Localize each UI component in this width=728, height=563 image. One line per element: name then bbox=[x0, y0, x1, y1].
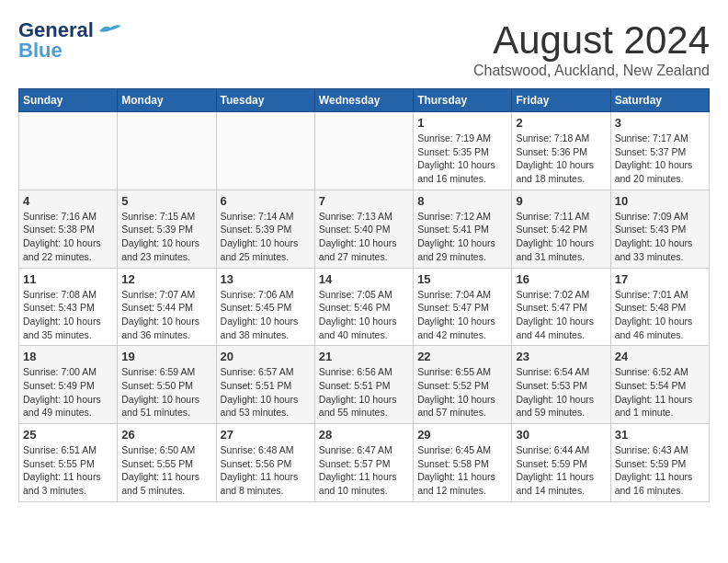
day-info: Sunrise: 7:13 AM Sunset: 5:40 PM Dayligh… bbox=[319, 210, 409, 264]
table-row: 21Sunrise: 6:56 AM Sunset: 5:51 PM Dayli… bbox=[314, 346, 413, 424]
table-row: 5Sunrise: 7:15 AM Sunset: 5:39 PM Daylig… bbox=[118, 190, 216, 268]
table-row: 11Sunrise: 7:08 AM Sunset: 5:43 PM Dayli… bbox=[19, 268, 118, 346]
day-number: 29 bbox=[417, 428, 507, 442]
day-number: 9 bbox=[516, 194, 606, 208]
day-info: Sunrise: 7:08 AM Sunset: 5:43 PM Dayligh… bbox=[23, 288, 113, 342]
day-number: 17 bbox=[615, 272, 705, 286]
table-row: 3Sunrise: 7:17 AM Sunset: 5:37 PM Daylig… bbox=[610, 112, 709, 190]
calendar-week-row: 25Sunrise: 6:51 AM Sunset: 5:55 PM Dayli… bbox=[19, 424, 710, 502]
day-info: Sunrise: 7:00 AM Sunset: 5:49 PM Dayligh… bbox=[23, 365, 113, 419]
location-title: Chatswood, Auckland, New Zealand bbox=[473, 63, 710, 79]
table-row: 4Sunrise: 7:16 AM Sunset: 5:38 PM Daylig… bbox=[19, 190, 118, 268]
day-info: Sunrise: 7:11 AM Sunset: 5:42 PM Dayligh… bbox=[516, 210, 606, 264]
logo-bird-icon bbox=[97, 22, 123, 39]
day-info: Sunrise: 7:16 AM Sunset: 5:38 PM Dayligh… bbox=[23, 210, 113, 264]
day-info: Sunrise: 7:06 AM Sunset: 5:45 PM Dayligh… bbox=[221, 288, 311, 342]
page-header: General Blue August 2024 Chatswood, Auck… bbox=[18, 18, 710, 79]
table-row: 6Sunrise: 7:14 AM Sunset: 5:39 PM Daylig… bbox=[216, 190, 314, 268]
day-number: 21 bbox=[319, 350, 409, 363]
day-number: 10 bbox=[615, 194, 705, 208]
table-row: 14Sunrise: 7:05 AM Sunset: 5:46 PM Dayli… bbox=[314, 268, 413, 346]
day-number: 6 bbox=[221, 194, 311, 208]
table-row bbox=[216, 112, 314, 190]
table-row: 1Sunrise: 7:19 AM Sunset: 5:35 PM Daylig… bbox=[414, 112, 512, 190]
logo-subtext: Blue bbox=[18, 39, 63, 63]
header-monday: Monday bbox=[118, 89, 216, 112]
day-info: Sunrise: 6:54 AM Sunset: 5:53 PM Dayligh… bbox=[516, 365, 606, 419]
table-row: 26Sunrise: 6:50 AM Sunset: 5:55 PM Dayli… bbox=[118, 424, 216, 502]
day-number: 22 bbox=[417, 350, 507, 363]
calendar-week-row: 18Sunrise: 7:00 AM Sunset: 5:49 PM Dayli… bbox=[19, 346, 710, 424]
day-number: 25 bbox=[23, 428, 113, 442]
table-row: 17Sunrise: 7:01 AM Sunset: 5:48 PM Dayli… bbox=[610, 268, 709, 346]
day-info: Sunrise: 7:17 AM Sunset: 5:37 PM Dayligh… bbox=[615, 132, 705, 186]
day-number: 24 bbox=[615, 350, 705, 363]
day-number: 11 bbox=[23, 272, 113, 286]
day-number: 3 bbox=[615, 116, 705, 130]
logo: General Blue bbox=[18, 18, 123, 63]
day-info: Sunrise: 7:19 AM Sunset: 5:35 PM Dayligh… bbox=[417, 132, 507, 186]
day-info: Sunrise: 7:09 AM Sunset: 5:43 PM Dayligh… bbox=[615, 210, 705, 264]
table-row: 13Sunrise: 7:06 AM Sunset: 5:45 PM Dayli… bbox=[216, 268, 314, 346]
calendar-table: Sunday Monday Tuesday Wednesday Thursday… bbox=[18, 88, 710, 502]
table-row: 29Sunrise: 6:45 AM Sunset: 5:58 PM Dayli… bbox=[414, 424, 512, 502]
header-friday: Friday bbox=[512, 89, 610, 112]
day-number: 15 bbox=[417, 272, 507, 286]
table-row: 18Sunrise: 7:00 AM Sunset: 5:49 PM Dayli… bbox=[19, 346, 118, 424]
table-row bbox=[118, 112, 216, 190]
table-row: 27Sunrise: 6:48 AM Sunset: 5:56 PM Dayli… bbox=[216, 424, 314, 502]
day-number: 18 bbox=[23, 350, 113, 363]
day-number: 1 bbox=[417, 116, 507, 130]
day-info: Sunrise: 6:51 AM Sunset: 5:55 PM Dayligh… bbox=[23, 443, 113, 498]
table-row bbox=[314, 112, 413, 190]
day-info: Sunrise: 6:43 AM Sunset: 5:59 PM Dayligh… bbox=[615, 443, 705, 498]
day-number: 2 bbox=[516, 116, 606, 130]
table-row: 9Sunrise: 7:11 AM Sunset: 5:42 PM Daylig… bbox=[512, 190, 610, 268]
day-info: Sunrise: 6:48 AM Sunset: 5:56 PM Dayligh… bbox=[221, 443, 311, 498]
day-info: Sunrise: 6:57 AM Sunset: 5:51 PM Dayligh… bbox=[221, 365, 311, 419]
table-row: 19Sunrise: 6:59 AM Sunset: 5:50 PM Dayli… bbox=[118, 346, 216, 424]
day-number: 16 bbox=[516, 272, 606, 286]
table-row: 16Sunrise: 7:02 AM Sunset: 5:47 PM Dayli… bbox=[512, 268, 610, 346]
day-number: 26 bbox=[121, 428, 211, 442]
day-info: Sunrise: 6:45 AM Sunset: 5:58 PM Dayligh… bbox=[417, 443, 507, 498]
table-row: 31Sunrise: 6:43 AM Sunset: 5:59 PM Dayli… bbox=[610, 424, 709, 502]
day-info: Sunrise: 7:18 AM Sunset: 5:36 PM Dayligh… bbox=[516, 132, 606, 186]
day-number: 14 bbox=[319, 272, 409, 286]
title-section: August 2024 Chatswood, Auckland, New Zea… bbox=[473, 18, 710, 79]
day-number: 13 bbox=[221, 272, 311, 286]
day-info: Sunrise: 7:04 AM Sunset: 5:47 PM Dayligh… bbox=[417, 288, 507, 342]
day-number: 31 bbox=[615, 428, 705, 442]
day-info: Sunrise: 7:07 AM Sunset: 5:44 PM Dayligh… bbox=[121, 288, 211, 342]
table-row: 23Sunrise: 6:54 AM Sunset: 5:53 PM Dayli… bbox=[512, 346, 610, 424]
day-number: 4 bbox=[23, 194, 113, 208]
day-info: Sunrise: 6:52 AM Sunset: 5:54 PM Dayligh… bbox=[615, 365, 705, 419]
day-info: Sunrise: 6:47 AM Sunset: 5:57 PM Dayligh… bbox=[319, 443, 409, 498]
header-sunday: Sunday bbox=[19, 89, 118, 112]
calendar-week-row: 1Sunrise: 7:19 AM Sunset: 5:35 PM Daylig… bbox=[19, 112, 710, 190]
table-row: 15Sunrise: 7:04 AM Sunset: 5:47 PM Dayli… bbox=[414, 268, 512, 346]
table-row: 24Sunrise: 6:52 AM Sunset: 5:54 PM Dayli… bbox=[610, 346, 709, 424]
day-number: 28 bbox=[319, 428, 409, 442]
calendar-week-row: 4Sunrise: 7:16 AM Sunset: 5:38 PM Daylig… bbox=[19, 190, 710, 268]
calendar-week-row: 11Sunrise: 7:08 AM Sunset: 5:43 PM Dayli… bbox=[19, 268, 710, 346]
day-info: Sunrise: 7:05 AM Sunset: 5:46 PM Dayligh… bbox=[319, 288, 409, 342]
day-info: Sunrise: 7:15 AM Sunset: 5:39 PM Dayligh… bbox=[121, 210, 211, 264]
day-number: 23 bbox=[516, 350, 606, 363]
day-number: 5 bbox=[121, 194, 211, 208]
table-row: 12Sunrise: 7:07 AM Sunset: 5:44 PM Dayli… bbox=[118, 268, 216, 346]
table-row: 8Sunrise: 7:12 AM Sunset: 5:41 PM Daylig… bbox=[414, 190, 512, 268]
day-info: Sunrise: 6:55 AM Sunset: 5:52 PM Dayligh… bbox=[417, 365, 507, 419]
day-number: 30 bbox=[516, 428, 606, 442]
header-tuesday: Tuesday bbox=[216, 89, 314, 112]
day-number: 19 bbox=[121, 350, 211, 363]
day-info: Sunrise: 6:44 AM Sunset: 5:59 PM Dayligh… bbox=[516, 443, 606, 498]
calendar-header-row: Sunday Monday Tuesday Wednesday Thursday… bbox=[19, 89, 710, 112]
header-thursday: Thursday bbox=[414, 89, 512, 112]
day-number: 7 bbox=[319, 194, 409, 208]
table-row: 25Sunrise: 6:51 AM Sunset: 5:55 PM Dayli… bbox=[19, 424, 118, 502]
day-info: Sunrise: 6:56 AM Sunset: 5:51 PM Dayligh… bbox=[319, 365, 409, 419]
day-info: Sunrise: 7:14 AM Sunset: 5:39 PM Dayligh… bbox=[221, 210, 311, 264]
table-row: 10Sunrise: 7:09 AM Sunset: 5:43 PM Dayli… bbox=[610, 190, 709, 268]
day-number: 20 bbox=[221, 350, 311, 363]
